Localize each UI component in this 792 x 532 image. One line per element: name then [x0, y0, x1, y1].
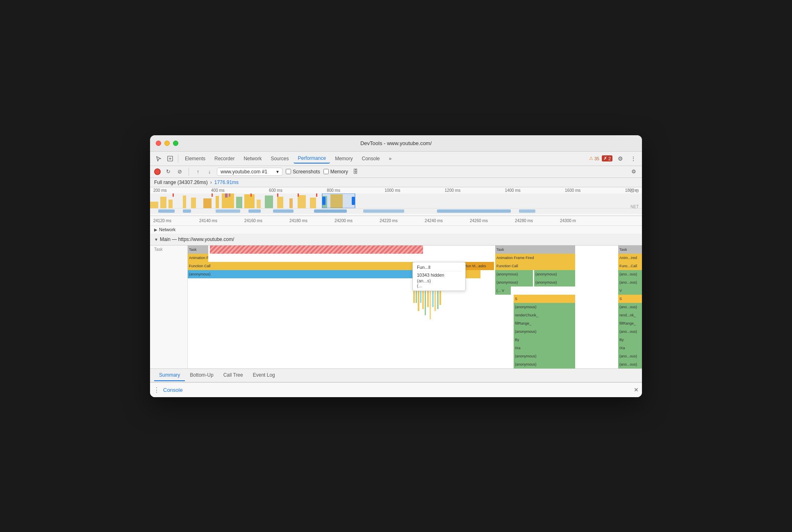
row6[interactable]: (... V V: [150, 286, 642, 295]
inspect-icon[interactable]: [165, 153, 175, 164]
bar-r14b[interactable]: (ano...ous): [618, 352, 642, 360]
bar-task-1b[interactable]: Task: [495, 246, 575, 254]
settings-icon[interactable]: ⚙: [615, 153, 626, 164]
bar-ixa-2[interactable]: IXa: [618, 344, 642, 352]
tab-performance[interactable]: Performance: [294, 154, 330, 164]
bar-func-3[interactable]: Func...Call: [618, 262, 642, 270]
bar-r8a[interactable]: (anonymous): [514, 303, 575, 311]
bar-r6b[interactable]: V: [618, 286, 642, 295]
error-badge[interactable]: ✗ 2: [602, 155, 612, 161]
flame-content[interactable]: Task Task Task Task Animation Frame Fire…: [150, 246, 642, 368]
row5[interactable]: (anonymous) (anonymous) (ano...ous) (ano…: [150, 278, 642, 286]
url-selector[interactable]: www.youtube.com #1 ▾: [217, 168, 282, 176]
bar-r5b[interactable]: (anonymous): [534, 278, 575, 286]
tab-summary[interactable]: Summary: [154, 370, 185, 381]
tab-elements[interactable]: Elements: [181, 154, 209, 163]
network-section-row[interactable]: ▶ Network: [150, 226, 642, 234]
bar-render-1[interactable]: renderChunk_: [514, 311, 575, 319]
close-console-icon[interactable]: ✕: [634, 386, 639, 393]
tab-console[interactable]: Console: [357, 154, 384, 163]
function-call-row[interactable]: Function Call Run M...asks Function Call…: [150, 262, 642, 270]
bar-ixa-1[interactable]: IXa: [514, 344, 575, 352]
row10[interactable]: fillRange_ fillRange_: [150, 319, 642, 327]
bar-r15a[interactable]: (anonymous): [514, 360, 575, 368]
close-button[interactable]: [156, 141, 161, 146]
storage-icon[interactable]: 🗄: [351, 168, 360, 176]
tab-call-tree[interactable]: Call Tree: [218, 370, 248, 381]
bar-anim-1[interactable]: Animation Frame Fired: [188, 254, 208, 262]
svg-rect-12: [257, 200, 261, 208]
bar-anon-selected[interactable]: (anonymous): [188, 270, 450, 278]
tab-more[interactable]: »: [385, 154, 396, 163]
anonymous-selected-row[interactable]: (anonymous) Fun...ll (anonymous) (anonym…: [150, 270, 642, 278]
url-text: www.youtube.com #1: [221, 169, 267, 175]
bar-r14a[interactable]: (anonymous): [514, 352, 575, 360]
bar-r5c[interactable]: (ano...ous): [618, 278, 642, 286]
tab-network[interactable]: Network: [239, 154, 266, 163]
bar-anim-2[interactable]: Animation Frame Fired: [495, 254, 575, 262]
row9[interactable]: renderChunk_ rend...nk_: [150, 311, 642, 319]
maximize-button[interactable]: [173, 141, 178, 146]
expand-network-icon[interactable]: ▶: [154, 227, 157, 232]
bar-fill-1[interactable]: fillRange_: [514, 319, 575, 327]
tab-event-log[interactable]: Event Log: [248, 370, 280, 381]
selected-range-label[interactable]: 1776.91ms: [214, 180, 239, 185]
bar-r8b[interactable]: (ano...ous): [618, 303, 642, 311]
bar-anon-2a[interactable]: (anonymous): [495, 270, 533, 278]
bar-runm[interactable]: Run M...asks: [463, 262, 494, 270]
screenshots-checkbox[interactable]: [286, 169, 291, 174]
tl-600: 600 ms: [269, 188, 282, 193]
bar-r6a[interactable]: (... V: [495, 286, 511, 295]
collapse-icon[interactable]: ▼: [154, 237, 158, 242]
console-more-icon[interactable]: ⋮: [153, 386, 160, 394]
tab-memory[interactable]: Memory: [331, 154, 357, 163]
warning-badge[interactable]: ⚠ 35: [589, 156, 599, 161]
task-row-1[interactable]: Task Task Task Task: [150, 246, 642, 254]
upload-icon[interactable]: ↑: [194, 168, 202, 176]
reload-icon[interactable]: ↻: [164, 168, 172, 176]
bar-r11b[interactable]: (ano...ous): [618, 327, 642, 336]
download-icon[interactable]: ↓: [205, 168, 214, 176]
console-label[interactable]: Console: [163, 387, 183, 393]
svg-rect-13: [265, 196, 273, 208]
bar-r15b[interactable]: (ano...ous): [618, 360, 642, 368]
bar-funll[interactable]: Fun...ll: [451, 270, 480, 278]
cursor-icon[interactable]: [153, 153, 164, 164]
bar-s-1[interactable]: S: [514, 295, 575, 303]
row15[interactable]: (anonymous) (ano...ous): [150, 360, 642, 368]
row14[interactable]: (anonymous) (ano...ous): [150, 352, 642, 360]
row11[interactable]: (anonymous) (ano...ous): [150, 327, 642, 336]
bar-r11a[interactable]: (anonymous): [514, 327, 575, 336]
more-icon[interactable]: ⋮: [628, 153, 639, 164]
bar-s-2[interactable]: S: [618, 295, 642, 303]
bar-func-2[interactable]: Function Call: [495, 262, 575, 270]
bar-anim-3[interactable]: Anim...ired: [618, 254, 642, 262]
settings-right-icon[interactable]: ⚙: [630, 168, 638, 176]
record-button[interactable]: [154, 168, 161, 175]
tab-bottom-up[interactable]: Bottom-Up: [185, 370, 218, 381]
tab-recorder[interactable]: Recorder: [210, 154, 239, 163]
bar-render-2[interactable]: rend...nk_: [618, 311, 642, 319]
timeline-overview[interactable]: 200 ms 400 ms 600 ms 800 ms 1000 ms 1200…: [150, 187, 642, 216]
row13[interactable]: IXa IXa: [150, 344, 642, 352]
row8[interactable]: (anonymous) (ano...ous): [150, 303, 642, 311]
bar-anon-2b[interactable]: (anonymous): [534, 270, 575, 278]
row12[interactable]: By By: [150, 336, 642, 344]
bar-fill-2[interactable]: fillRange_: [618, 319, 642, 327]
bar-by-2[interactable]: By: [618, 336, 642, 344]
bar-by-1[interactable]: By: [514, 336, 575, 344]
bar-task-1c[interactable]: Task: [618, 246, 642, 254]
bar-func-1[interactable]: Function Call: [188, 262, 462, 270]
bar-task-redstripe[interactable]: [210, 246, 423, 254]
memory-checkbox[interactable]: [323, 169, 329, 174]
error-count: 2: [608, 156, 611, 161]
error-icon: ✗: [603, 156, 607, 161]
tab-sources[interactable]: Sources: [266, 154, 293, 163]
row7[interactable]: S S: [150, 295, 642, 303]
animation-frame-row[interactable]: Animation Frame Fired Animation Frame Fi…: [150, 254, 642, 262]
bar-task-1a[interactable]: Task: [188, 246, 208, 254]
minimize-button[interactable]: [164, 141, 170, 146]
clear-icon[interactable]: ⊘: [175, 168, 184, 176]
bar-anon-3a[interactable]: (ano...ous): [618, 270, 642, 278]
bar-r5a[interactable]: (anonymous): [495, 278, 533, 286]
